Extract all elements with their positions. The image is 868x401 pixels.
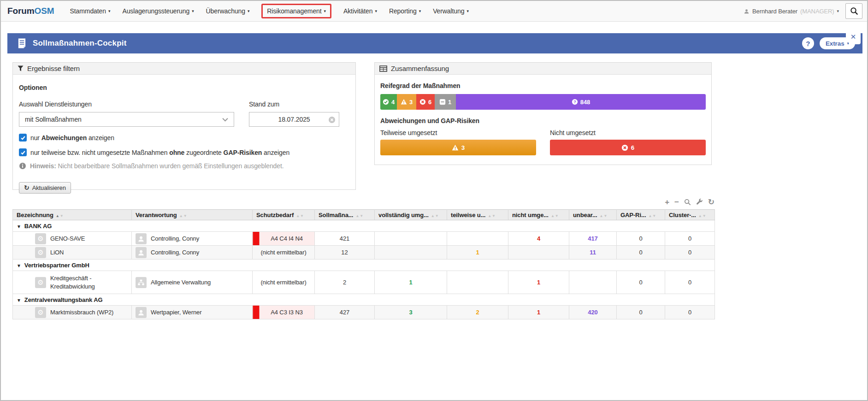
checkbox-abweichungen[interactable] <box>19 134 27 142</box>
expand-all-button[interactable]: + <box>665 198 669 206</box>
group-name: Vertriebspartner GmbH <box>24 262 89 269</box>
service-select-value: mit Sollmaßnahmen <box>25 116 82 123</box>
count-unbearbeitet[interactable]: 11 <box>569 246 617 259</box>
nav-item-aktivitaeten[interactable]: Aktivitäten▾ <box>343 7 377 15</box>
chevron-down-icon: ▾ <box>192 9 194 13</box>
service-select[interactable]: mit Sollmaßnahmen <box>19 112 234 127</box>
cockpit-header: Sollmaßnahmen-Cockpit ? Extras ▾ ✕ <box>7 33 862 53</box>
collapse-all-button[interactable]: − <box>674 198 679 206</box>
filter-panel-header: Ergebnisse filtern <box>13 63 355 75</box>
person-icon <box>136 247 147 258</box>
count-gap-risiken: 0 <box>617 306 665 319</box>
gear-icon[interactable]: ⚙ <box>35 247 46 258</box>
chevron-down-icon: ▾ <box>419 9 421 13</box>
col-header-nicht-umgesetzt[interactable]: nicht umge...▲▼ <box>508 210 569 220</box>
person-icon <box>136 233 147 244</box>
table-row-marktmissbrauch[interactable]: ⚙Marktmissbrauch (WP2) Wertpapier, Werne… <box>13 306 715 319</box>
not-implemented-label: Nicht umgesetzt <box>550 129 596 136</box>
user-menu[interactable]: Bernhard Berater (MANAGER) ▾ <box>744 8 839 15</box>
table-row-lion[interactable]: ⚙LiON Controlling, Conny (nicht ermittel… <box>13 246 715 259</box>
table-row-geno-save[interactable]: ⚙GENO-SAVE Controlling, Conny A4 C4 I4 N… <box>13 232 715 246</box>
nav-item-reporting[interactable]: Reporting▾ <box>389 7 421 15</box>
summary-panel: Zusammenfassung Reifegrad der Maßnahmen … <box>374 62 712 165</box>
table-row-kreditgeschaeft[interactable]: ⚙Kreditgeschäft - Kreditabwicklung Allge… <box>13 271 715 294</box>
warning-triangle-icon <box>401 99 407 105</box>
document-icon <box>18 38 26 49</box>
col-header-gap-risiken[interactable]: GAP-Ri...▲▼ <box>617 210 665 220</box>
checkbox-gap-risiken-label: nur teilweise bzw. nicht umgesetzte Maßn… <box>30 149 289 156</box>
count-gap-risiken: 0 <box>617 232 665 246</box>
chevron-down-icon <box>222 118 228 122</box>
refresh-button[interactable]: ↻ Aktualisieren <box>19 182 71 194</box>
options-heading: Optionen <box>19 84 349 91</box>
date-field[interactable]: 18.07.2025 <box>249 112 339 127</box>
filter-panel-title: Ergebnisse filtern <box>27 65 80 72</box>
nav-item-stammdaten[interactable]: Stammdaten▾ <box>70 7 111 15</box>
protection-need-cell: A4 C4 I4 N4 <box>253 232 315 246</box>
count-unbearbeitet <box>569 271 617 294</box>
date-field-label: Stand zum <box>249 100 339 108</box>
chevron-down-icon: ▾ <box>466 9 468 13</box>
protection-need-cell: (nicht ermittelbar) <box>253 271 315 294</box>
refresh-icon: ↻ <box>24 184 30 191</box>
nav-item-ueberwachung[interactable]: Überwachung▾ <box>206 7 250 15</box>
clear-date-icon[interactable] <box>328 116 336 124</box>
nav-item-risikomanagement[interactable]: Risikomanagement▾ <box>261 4 331 18</box>
help-button[interactable]: ? <box>802 37 814 49</box>
minus-icon: − <box>674 198 679 206</box>
count-nicht-umgesetzt: 1 <box>508 306 569 319</box>
responsible-name: Allgemeine Verwaltung <box>151 279 211 286</box>
app-logo[interactable]: ForumOSM <box>7 6 54 16</box>
count-vollstaendig: 3 <box>375 306 447 319</box>
nav-item-verwaltung[interactable]: Verwaltung▾ <box>433 7 469 15</box>
warning-triangle-icon <box>452 144 459 151</box>
table-search-button[interactable] <box>684 199 691 206</box>
close-panel-button[interactable]: ✕ <box>846 29 861 44</box>
col-header-verantwortung[interactable]: Verantwortung▲▼ <box>132 210 253 220</box>
count-unbearbeitet[interactable]: 417 <box>569 232 617 246</box>
group-row-zentralverwaltungsbank[interactable]: ▼Zentralverwaltungsbank AG <box>13 294 715 306</box>
maturity-stacked-bar: 4 3 6 1 ? 848 <box>380 94 706 110</box>
count-gap-risiken: 0 <box>617 246 665 259</box>
table-settings-button[interactable] <box>696 199 703 206</box>
gear-icon[interactable]: ⚙ <box>35 277 46 288</box>
count-vollstaendig <box>375 246 447 259</box>
checkbox-abweichungen-label: nur Abweichungen anzeigen <box>30 134 114 142</box>
count-sollmassnahmen: 427 <box>315 306 375 319</box>
col-header-teilweise[interactable]: teilweise u...▲▼ <box>447 210 508 220</box>
col-header-sollmassnahmen[interactable]: Sollmaßna...▲▼ <box>315 210 375 220</box>
chevron-down-icon: ▾ <box>248 9 249 13</box>
person-icon <box>136 307 147 318</box>
col-header-schutzbedarf[interactable]: Schutzbedarf▲▼ <box>253 210 315 220</box>
count-cluster: 0 <box>665 306 715 319</box>
filter-icon <box>18 65 24 71</box>
checkbox-gap-risiken[interactable] <box>19 148 27 156</box>
nav-item-auslagerungssteuerung[interactable]: Auslagerungssteuerung▾ <box>122 7 194 15</box>
chevron-down-icon: ▾ <box>324 9 326 13</box>
gear-icon[interactable]: ⚙ <box>35 233 46 244</box>
count-unbearbeitet[interactable]: 420 <box>569 306 617 319</box>
chevron-down-icon: ▾ <box>375 9 377 13</box>
col-header-vollstaendig[interactable]: vollständig umg...▲▼ <box>375 210 447 220</box>
collapse-caret-icon: ▼ <box>17 263 21 268</box>
count-teilweise: 1 <box>447 246 508 259</box>
group-name: BANK AG <box>24 223 52 230</box>
count-teilweise <box>447 232 508 246</box>
col-header-unbearbeitet[interactable]: unbear...▲▼ <box>569 210 617 220</box>
service-select-label: Auswahl Dienstleistungen <box>19 100 234 108</box>
col-header-bezeichnung[interactable]: Bezeichnung▲▼ <box>13 210 132 220</box>
question-circle-icon: ? <box>572 99 578 105</box>
check-circle-icon <box>383 99 389 105</box>
group-row-vertriebspartner[interactable]: ▼Vertriebspartner GmbH <box>13 259 715 271</box>
main-area: Sollmaßnahmen-Cockpit ? Extras ▾ ✕ Ergeb… <box>1 22 867 400</box>
user-name: Bernhard Berater <box>752 8 797 15</box>
count-cluster: 0 <box>665 246 715 259</box>
partial-bar: 3 <box>380 140 536 155</box>
col-header-cluster[interactable]: Cluster-...▲▼ <box>665 210 715 220</box>
gear-icon[interactable]: ⚙ <box>35 307 46 318</box>
search-button[interactable] <box>845 3 862 19</box>
protection-need-cell: (nicht ermittelbar) <box>253 246 315 259</box>
x-circle-icon <box>621 144 628 151</box>
table-refresh-button[interactable]: ↻ <box>708 198 714 206</box>
group-row-bank-ag[interactable]: ▼BANK AG <box>13 220 715 232</box>
